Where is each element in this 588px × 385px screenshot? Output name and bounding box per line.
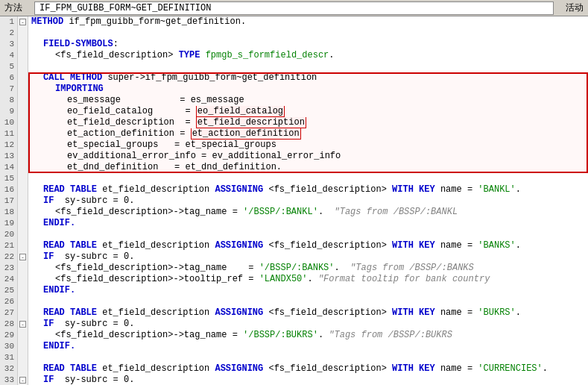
fold-cell xyxy=(18,173,28,184)
fold-cell xyxy=(18,72,28,84)
code-line xyxy=(28,28,588,39)
fold-cell xyxy=(18,229,28,240)
fold-cell xyxy=(18,84,28,95)
fold-cell[interactable]: - xyxy=(18,319,28,330)
line-number: 21 xyxy=(0,240,18,251)
code-line: ev_additional_error_info = ev_additional… xyxy=(28,151,588,162)
line-number: 22 xyxy=(0,251,18,263)
fold-cell[interactable]: - xyxy=(18,251,28,263)
table-row: 14et_dnd_definition = et_dnd_definition. xyxy=(0,162,588,173)
table-row: 15 xyxy=(0,173,588,184)
line-number: 20 xyxy=(0,229,18,240)
code-line: et_action_definition = et_action_definit… xyxy=(28,128,588,140)
table-row: 11et_action_definition = et_action_defin… xyxy=(0,128,588,140)
fold-cell[interactable]: - xyxy=(18,375,28,385)
code-line: <fs_field_description>->tooltip_ref = 'L… xyxy=(28,274,588,285)
fold-cell xyxy=(18,128,28,140)
table-row: 12et_special_groups = et_special_groups xyxy=(0,140,588,151)
code-line: ENDIF. xyxy=(28,341,588,352)
table-row: 19ENDIF. xyxy=(0,218,588,229)
line-number: 11 xyxy=(0,128,18,140)
table-row: 6CALL METHOD super->if_fpm_guibb_form~ge… xyxy=(0,72,588,84)
table-row: 20 xyxy=(0,229,588,240)
table-row: 25ENDIF. xyxy=(0,285,588,296)
table-row: 3FIELD-SYMBOLS: xyxy=(0,39,588,50)
fold-cell xyxy=(18,117,28,128)
line-number: 24 xyxy=(0,274,18,285)
code-line: READ TABLE et_field_description ASSIGNIN… xyxy=(28,240,588,251)
table-row: 8es_message = es_message xyxy=(0,95,588,106)
fold-cell xyxy=(18,162,28,173)
fold-cell xyxy=(18,195,28,207)
table-row: 2 xyxy=(0,28,588,39)
table-row: 27READ TABLE et_field_description ASSIGN… xyxy=(0,307,588,319)
code-line: IF sy-subrc = 0. xyxy=(28,195,588,207)
code-line: ENDIF. xyxy=(28,218,588,229)
code-line: READ TABLE et_field_description ASSIGNIN… xyxy=(28,184,588,195)
line-number: 13 xyxy=(0,151,18,162)
line-number: 10 xyxy=(0,117,18,128)
method-label: 方法 xyxy=(4,1,22,14)
fold-cell xyxy=(18,296,28,307)
code-line: es_message = es_message xyxy=(28,95,588,106)
line-number: 15 xyxy=(0,173,18,184)
fold-cell xyxy=(18,363,28,375)
fold-cell xyxy=(18,218,28,229)
fold-cell xyxy=(18,95,28,106)
code-container[interactable]: 1-METHOD if_fpm_guibb_form~get_definitio… xyxy=(0,16,588,385)
table-row: 26 xyxy=(0,296,588,307)
table-row: 22-IF sy-subrc = 0. xyxy=(0,251,588,263)
table-row: 30ENDIF. xyxy=(0,341,588,352)
code-line xyxy=(28,229,588,240)
activity-label: 活动 xyxy=(566,1,584,14)
table-row: 23<fs_field_description>->tag_name = '/B… xyxy=(0,263,588,274)
code-lines: 1-METHOD if_fpm_guibb_form~get_definitio… xyxy=(0,16,588,385)
table-row: 33-IF sy-subrc = 0. xyxy=(0,375,588,385)
fold-cell xyxy=(18,39,28,50)
fold-cell xyxy=(18,240,28,251)
fold-cell xyxy=(18,50,28,61)
code-line: eo_field_catalog = eo_field_catalog xyxy=(28,106,588,117)
fold-cell xyxy=(18,274,28,285)
fold-cell xyxy=(18,352,28,363)
code-line xyxy=(28,296,588,307)
code-line: IMPORTING xyxy=(28,84,588,95)
line-number: 2 xyxy=(0,28,18,39)
code-line: CALL METHOD super->if_fpm_guibb_form~get… xyxy=(28,72,588,84)
line-number: 29 xyxy=(0,330,18,341)
code-line: FIELD-SYMBOLS: xyxy=(28,39,588,50)
code-line: et_field_description = et_field_descript… xyxy=(28,117,588,128)
table-row: 17IF sy-subrc = 0. xyxy=(0,195,588,207)
table-row: 5 xyxy=(0,61,588,72)
line-number: 1 xyxy=(0,16,18,28)
line-number: 26 xyxy=(0,296,18,307)
editor-window: 方法 IF_FPM_GUIBB_FORM~GET_DEFINITION 活动 1… xyxy=(0,0,588,385)
line-number: 23 xyxy=(0,263,18,274)
line-number: 4 xyxy=(0,50,18,61)
top-bar: 方法 IF_FPM_GUIBB_FORM~GET_DEFINITION 活动 xyxy=(0,0,588,16)
code-line: METHOD if_fpm_guibb_form~get_definition. xyxy=(28,16,588,28)
fold-cell[interactable]: - xyxy=(18,16,28,28)
line-number: 32 xyxy=(0,363,18,375)
line-number: 14 xyxy=(0,162,18,173)
table-row: 31 xyxy=(0,352,588,363)
code-line: IF sy-subrc = 0. xyxy=(28,375,588,385)
line-number: 5 xyxy=(0,61,18,72)
fold-cell xyxy=(18,140,28,151)
table-row: 10et_field_description = et_field_descri… xyxy=(0,117,588,128)
line-number: 17 xyxy=(0,195,18,207)
fold-cell xyxy=(18,330,28,341)
line-number: 6 xyxy=(0,72,18,84)
code-line: <fs_field_description>->tag_name = '/BSS… xyxy=(28,330,588,341)
table-row: 7IMPORTING xyxy=(0,84,588,95)
table-row: 21READ TABLE et_field_description ASSIGN… xyxy=(0,240,588,251)
code-line: READ TABLE et_field_description ASSIGNIN… xyxy=(28,363,588,375)
table-row: 24<fs_field_description>->tooltip_ref = … xyxy=(0,274,588,285)
code-line: ENDIF. xyxy=(28,285,588,296)
line-number: 27 xyxy=(0,307,18,319)
fold-cell xyxy=(18,341,28,352)
table-row: 32READ TABLE et_field_description ASSIGN… xyxy=(0,363,588,375)
line-number: 18 xyxy=(0,207,18,218)
code-line: IF sy-subrc = 0. xyxy=(28,319,588,330)
fold-cell xyxy=(18,151,28,162)
